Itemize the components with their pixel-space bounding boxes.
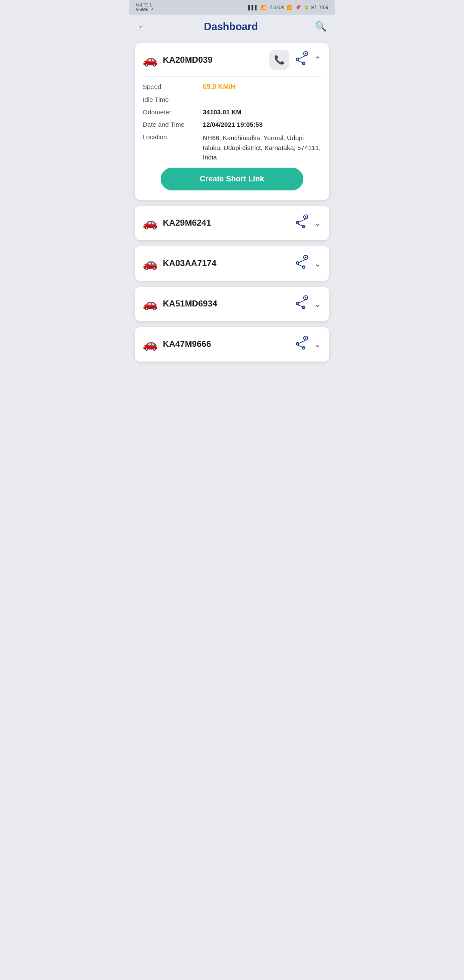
car-status-icon-3: 🚗 [143,297,158,311]
svg-point-15 [302,306,305,309]
status-left: VoLTE 1 VoWiFi 2 [136,3,153,12]
status-bar: VoLTE 1 VoWiFi 2 ▌▌▌ 📶 2.6 K/s 📶 📌 🔋 97 … [129,0,335,15]
expand-button-1[interactable]: ⌄ [314,218,321,228]
idle-label: Idle Time [143,96,203,103]
vehicle-id-3: KA51MD6934 [163,299,288,309]
card-body-0: Speed 69.0 KM/H Idle Time Odometer 34103… [135,77,329,200]
svg-point-11 [302,266,305,268]
action-icons-3: ⌄ [293,294,321,313]
speed-indicator: 2.6 K/s [269,5,284,10]
speed-row: Speed 69.0 KM/H [143,83,321,91]
location-icon: 📌 [295,5,301,10]
datetime-value: 12/04/2021 19:05:53 [203,121,263,128]
location-row: Location NH66, Kanchinadka, Yermal, Udup… [143,133,321,162]
speed-value: 69.0 KM/H [203,83,235,91]
svg-point-5 [305,216,307,217]
battery-icon: 🔋 97 [304,5,316,10]
datetime-row: Date and Time 12/04/2021 19:05:53 [143,121,321,128]
collapse-button-0[interactable]: ⌃ [314,55,321,65]
card-header-3: 🚗 KA51MD6934 ⌄ [135,287,329,321]
vehicles-list: 🚗 KA20MD039 📞 ⌃ [129,39,335,366]
location-label: Location [143,133,203,141]
route-button-4[interactable] [293,335,310,354]
route-button-3[interactable] [293,294,310,313]
signal-bars-icon: ▌▌▌ [248,5,258,10]
expand-button-3[interactable]: ⌄ [314,299,321,309]
vehicle-id-0: KA20MD039 [163,55,264,65]
odometer-value: 34103.01 KM [203,108,241,116]
page-title: Dashboard [204,21,258,33]
car-status-icon-1: 🚗 [143,216,158,230]
card-header-0: 🚗 KA20MD039 📞 ⌃ [135,43,329,77]
card-header-2: 🚗 KA03AA7174 ⌄ [135,246,329,281]
route-button-2[interactable] [293,254,310,273]
expand-button-4[interactable]: ⌄ [314,339,321,349]
wifi-icon: 📶 [261,5,267,10]
volte-indicator: VoLTE 1 [136,3,153,7]
car-status-icon-4: 🚗 [143,337,158,351]
speed-label: Speed [143,83,203,90]
odometer-row: Odometer 34103.01 KM [143,108,321,116]
vehicle-id-2: KA03AA7174 [163,258,288,268]
vowifi-indicator: VoWiFi 2 [136,7,153,12]
action-icons-1: ⌄ [293,214,321,233]
svg-point-7 [302,225,305,228]
svg-point-14 [296,302,299,305]
route-button-0[interactable] [293,50,310,69]
vehicle-card-3: 🚗 KA51MD6934 ⌄ [135,287,329,321]
svg-point-19 [302,346,305,349]
bluetooth-icon: 📶 [287,5,293,10]
svg-point-17 [305,337,307,339]
idle-row: Idle Time [143,96,321,103]
search-button[interactable]: 🔍 [315,21,327,32]
vehicle-id-1: KA29M6241 [163,218,288,228]
call-button-0[interactable]: 📞 [269,50,289,70]
vehicle-id-4: KA47M9666 [163,339,288,349]
odometer-label: Odometer [143,108,203,116]
time-display: 7:06 [319,5,328,10]
app-header: ← Dashboard 🔍 [129,15,335,39]
svg-point-1 [305,53,307,55]
vehicle-card-0: 🚗 KA20MD039 📞 ⌃ [135,43,329,200]
svg-point-18 [296,343,299,345]
action-icons-2: ⌄ [293,254,321,273]
car-status-icon-0: 🚗 [143,53,158,67]
location-value: NH66, Kanchinadka, Yermal, Udupi taluku,… [203,133,321,162]
create-short-link-button[interactable]: Create Short Link [161,168,304,190]
route-button-1[interactable] [293,214,310,233]
status-right: ▌▌▌ 📶 2.6 K/s 📶 📌 🔋 97 7:06 [248,5,328,10]
svg-point-9 [305,256,307,258]
datetime-label: Date and Time [143,121,203,128]
vehicle-card-1: 🚗 KA29M6241 ⌄ [135,206,329,240]
vehicle-card-2: 🚗 KA03AA7174 ⌄ [135,246,329,281]
action-icons-0: 📞 ⌃ [269,50,321,70]
card-header-1: 🚗 KA29M6241 ⌄ [135,206,329,240]
svg-point-6 [296,221,299,224]
action-icons-4: ⌄ [293,335,321,354]
svg-point-10 [296,262,299,264]
svg-point-13 [305,297,307,298]
back-button[interactable]: ← [137,21,147,32]
car-status-icon-2: 🚗 [143,256,158,270]
vehicle-card-4: 🚗 KA47M9666 ⌄ [135,327,329,361]
expand-button-2[interactable]: ⌄ [314,258,321,269]
card-header-4: 🚗 KA47M9666 ⌄ [135,327,329,361]
